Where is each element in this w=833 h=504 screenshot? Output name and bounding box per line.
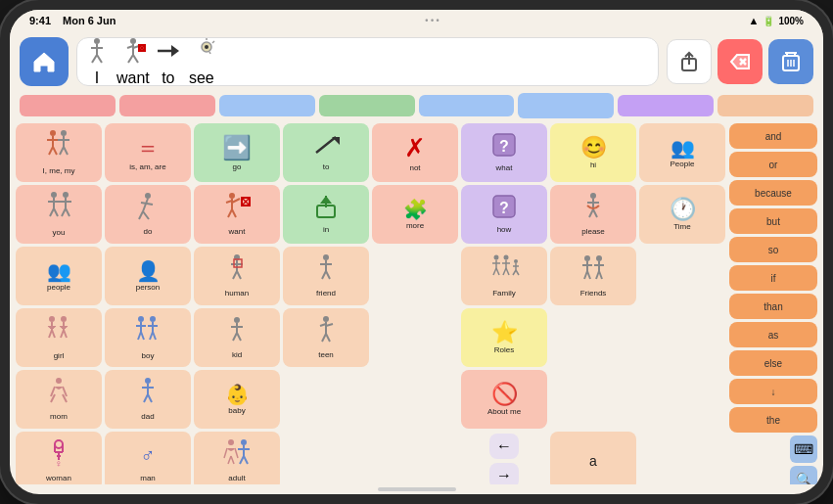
svg-point-0: [94, 38, 100, 44]
icon-woman: ♀: [46, 438, 71, 474]
svg-line-99: [503, 268, 506, 275]
svg-line-105: [516, 270, 519, 275]
svg-line-66: [232, 209, 236, 217]
cell-empty-3-5: [372, 247, 458, 305]
keyboard-button[interactable]: ⌨: [790, 435, 817, 463]
cell-friends[interactable]: Friends: [550, 247, 636, 305]
word-chip-as[interactable]: as: [729, 322, 817, 347]
label-to: to: [323, 163, 330, 172]
svg-line-60: [143, 211, 149, 219]
cat-tab-2[interactable]: [119, 95, 215, 116]
cell-kid[interactable]: kid: [194, 308, 280, 367]
svg-line-142: [326, 324, 333, 326]
cell-man[interactable]: ♂ man: [105, 432, 191, 484]
icon-boy: [133, 314, 162, 351]
cell-human[interactable]: human: [194, 247, 280, 305]
cell-word-a[interactable]: a: [550, 432, 636, 484]
cell-roles[interactable]: ⭐ Roles: [461, 308, 547, 367]
cell-woman[interactable]: ♀ woman: [16, 432, 102, 484]
cat-tab-7[interactable]: [618, 95, 714, 116]
cat-tab-1[interactable]: [20, 95, 116, 116]
word-label-see: see: [189, 69, 214, 87]
word-chip-the[interactable]: the: [729, 407, 817, 433]
word-chip-or[interactable]: or: [729, 152, 817, 177]
svg-text:♀: ♀: [55, 458, 63, 468]
cat-tab-6[interactable]: [518, 93, 614, 118]
cell-family[interactable]: Family: [461, 247, 547, 305]
home-indicator-bar: [378, 487, 456, 491]
cell-hi[interactable]: 😊 hi: [550, 123, 636, 182]
down-arrow-button[interactable]: ↓: [729, 379, 817, 404]
trash-button[interactable]: [768, 39, 813, 84]
svg-line-171: [240, 456, 244, 464]
cell-what[interactable]: ? what: [461, 123, 547, 182]
icon-dad: [135, 377, 161, 412]
cell-do[interactable]: do: [105, 185, 191, 244]
icon-go: ➡️: [222, 134, 252, 162]
cell-you[interactable]: you: [16, 185, 102, 244]
cell-friend[interactable]: friend: [283, 247, 369, 305]
cell-not[interactable]: ✗ not: [372, 123, 458, 182]
icon-people: 👥: [47, 259, 71, 283]
cell-people[interactable]: 👥 people: [16, 247, 102, 305]
symbol-grid: I, me, my ＝ is, am, are ➡️ go: [16, 123, 725, 481]
svg-line-137: [233, 333, 237, 341]
svg-line-50: [54, 208, 58, 216]
label-person: person: [136, 284, 160, 293]
sentence-word-to: to: [158, 37, 179, 86]
cat-tab-8[interactable]: [717, 95, 813, 116]
word-chip-so[interactable]: so: [729, 237, 817, 262]
cell-mom[interactable]: mom: [16, 370, 102, 429]
word-chip-but[interactable]: but: [729, 208, 817, 234]
cell-adult[interactable]: adult: [194, 432, 280, 484]
svg-point-32: [50, 130, 56, 136]
clear-button[interactable]: [717, 39, 763, 84]
nav-back-button[interactable]: ←: [489, 434, 519, 459]
cell-boy[interactable]: boy: [105, 308, 191, 367]
date-display: Mon 6 Jun: [63, 15, 116, 26]
cell-empty-6-5: [372, 432, 458, 484]
cell-how[interactable]: ? how: [461, 185, 547, 244]
cell-i-me-my[interactable]: I, me, my: [16, 123, 102, 182]
cell-people-category[interactable]: 👥 People: [639, 123, 725, 182]
label-roles: Roles: [494, 346, 514, 355]
nav-forward-button[interactable]: →: [489, 463, 519, 484]
svg-point-17: [205, 45, 208, 49]
cell-dad[interactable]: dad: [105, 370, 191, 429]
svg-text:?: ?: [499, 200, 509, 216]
svg-line-4: [97, 55, 102, 63]
cell-about-me[interactable]: 🚫 About me: [461, 370, 547, 429]
word-chip-else[interactable]: else: [729, 350, 817, 376]
word-chip-than[interactable]: than: [729, 294, 817, 319]
cat-tab-4[interactable]: [319, 95, 415, 116]
share-button[interactable]: [667, 39, 712, 84]
cell-want[interactable]: want: [194, 185, 280, 244]
svg-marker-15: [171, 45, 179, 57]
cell-is-am-are[interactable]: ＝ is, am, are: [105, 123, 191, 182]
cell-in[interactable]: in: [283, 185, 369, 244]
label-friends: Friends: [580, 290, 607, 298]
cell-person[interactable]: 👤 person: [105, 247, 191, 305]
svg-line-36: [53, 147, 57, 155]
word-chip-and[interactable]: and: [729, 123, 817, 149]
cell-baby[interactable]: 👶 baby: [194, 370, 280, 429]
cell-teen[interactable]: teen: [283, 308, 369, 367]
cell-to[interactable]: to: [283, 123, 369, 182]
icon-family: [488, 253, 520, 289]
word-chip-because[interactable]: because: [729, 180, 817, 206]
label-baby: baby: [228, 407, 245, 416]
label-people-category: People: [671, 160, 695, 169]
word-chip-if[interactable]: if: [729, 265, 817, 291]
cell-more[interactable]: 🧩 more: [372, 185, 458, 244]
cell-go[interactable]: ➡️ go: [194, 123, 280, 182]
svg-line-128: [141, 332, 144, 340]
cell-please[interactable]: please: [550, 185, 636, 244]
home-button[interactable]: [20, 37, 69, 86]
cat-tab-5[interactable]: [419, 95, 515, 116]
cell-girl[interactable]: girl: [16, 308, 102, 367]
cat-tab-3[interactable]: [219, 95, 315, 116]
svg-line-49: [50, 208, 54, 216]
cell-time[interactable]: 🕐 Time: [639, 185, 725, 244]
word-icon-see: [187, 37, 216, 69]
search-button[interactable]: 🔍: [790, 466, 817, 484]
